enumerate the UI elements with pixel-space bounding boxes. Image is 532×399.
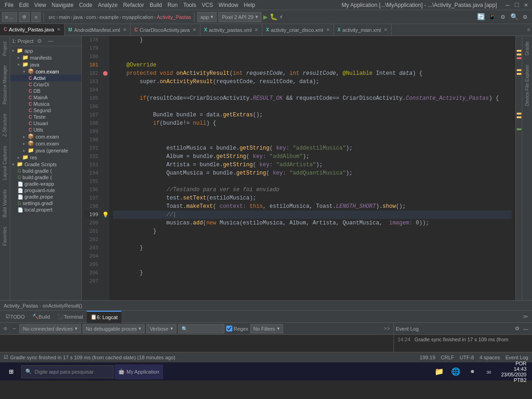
event-log-minus[interactable]: — [521, 326, 530, 332]
bc-src[interactable]: src [48, 14, 55, 20]
tree-item-utils[interactable]: C Utils [10, 127, 81, 133]
level-select[interactable]: Verbose ▾ [146, 324, 176, 333]
menu-run[interactable]: Run [165, 2, 181, 8]
z-structure-toggle[interactable]: Z-Structure [1, 110, 8, 140]
tree-item-manifests[interactable]: ▸ 📁 manifests [10, 54, 81, 61]
gradle-label[interactable]: Gradle [524, 38, 531, 59]
resource-manager-toggle[interactable]: Resource Manager [1, 61, 8, 108]
bc-file-name[interactable]: Activity_Pastas [4, 303, 38, 308]
tree-item-java-gen[interactable]: ▸ 📁 java (generate [10, 147, 81, 154]
tree-item-java[interactable]: ▾ 📁 java [10, 61, 81, 68]
tree-item-activi[interactable]: C Activi [10, 75, 81, 81]
sync-icon[interactable]: 🔄 [476, 12, 486, 22]
tab-logcat[interactable]: 📋 6: Logcat [87, 311, 121, 323]
tabs-overflow[interactable]: ≡ [525, 27, 532, 33]
device-select[interactable]: No connected devices ▾ [19, 324, 80, 333]
tree-item-segund[interactable]: C Segund [10, 107, 81, 114]
tree-item-usuari[interactable]: C Usuari [10, 120, 81, 127]
status-position[interactable]: 199:19 [420, 355, 435, 360]
regex-checkbox[interactable] [226, 326, 232, 332]
maximize-button[interactable]: □ [513, 1, 521, 9]
status-encoding[interactable]: UTF-8 [459, 355, 474, 360]
menu-window[interactable]: Window [216, 2, 241, 8]
menu-file[interactable]: File [2, 2, 16, 8]
run-button[interactable]: ▶ [263, 12, 268, 22]
tree-item-local-props[interactable]: 📄 local.propert [10, 206, 81, 213]
code-editor[interactable]: 178 179 180 181 182 183 184 185 186 187 … [82, 36, 522, 300]
event-log-status[interactable]: Event Log [505, 355, 528, 360]
editor-scrollbar[interactable] [515, 36, 522, 300]
build-variants-toggle[interactable]: Build Variants [1, 186, 8, 221]
project-panel-toggle[interactable]: Project [1, 38, 8, 60]
panel-minus[interactable]: — [46, 38, 55, 44]
menu-navigate[interactable]: Navigate [49, 2, 76, 8]
tree-item-com-exam3[interactable]: ▸ 📦 com.exam [10, 140, 81, 147]
start-button[interactable]: ⊞ [2, 363, 20, 380]
avd-icon[interactable]: 📱 [487, 12, 497, 22]
sdk-icon[interactable]: ⚙ [498, 12, 508, 22]
menu-tools[interactable]: Tools [181, 2, 199, 8]
taskbar-app-android[interactable]: 🤖 My Application [115, 364, 163, 379]
tab-build[interactable]: 🔨 Build [29, 311, 54, 323]
bottom-tabs-more[interactable]: ≫ [521, 314, 530, 320]
bc-java[interactable]: java [73, 14, 83, 20]
menu-view[interactable]: View [31, 2, 49, 8]
tree-item-proguard[interactable]: 📄 proguard-rule [10, 187, 81, 193]
menu-edit[interactable]: Edit [16, 2, 31, 8]
tab-pastas-xml-close[interactable]: ✕ [254, 27, 258, 32]
tab-criar-disco[interactable]: C CriarDiscoActivity.java ✕ [131, 24, 200, 36]
logcat-search-input[interactable] [178, 324, 224, 333]
tree-item-musica[interactable]: C Musica [10, 101, 81, 107]
taskbar-search[interactable]: 🔍 Digite aqui para pesquisar [21, 365, 114, 378]
tree-item-criardi[interactable]: C CriarDi [10, 81, 81, 88]
device-file-explorer-label[interactable]: Device File Explorer [524, 61, 531, 109]
status-indent[interactable]: 4 spaces [479, 355, 500, 360]
settings-icon[interactable]: ⚙ [520, 12, 530, 22]
tree-item-gradle-scripts[interactable]: ▾ 📁 Gradle Scripts [10, 161, 81, 168]
tree-item-app[interactable]: ▾ 📁 app [10, 47, 81, 54]
tree-item-build-gradle2[interactable]: G build.gradle ( [10, 174, 81, 181]
bc-example[interactable]: example [99, 14, 119, 20]
logcat-gear[interactable]: ⚙ [2, 325, 9, 332]
filter-select[interactable]: No Filters ▾ [250, 324, 283, 333]
tree-item-com-exam2[interactable]: ▸ 📦 com.exam [10, 133, 81, 140]
process-select[interactable]: No debuggable proces ▾ [83, 324, 145, 333]
debug-button[interactable]: 🐛 [270, 13, 278, 21]
tree-item-build-gradle1[interactable]: G build.gradle ( [10, 168, 81, 174]
tree-item-res[interactable]: ▸ 📁 res [10, 154, 81, 161]
taskbar-icon-mail[interactable]: ✉ [482, 364, 496, 379]
tab-activity-pastas-xml[interactable]: X activity_pastas.xml ✕ [200, 24, 262, 36]
device-dropdown[interactable]: Pixel 2 API 29 ▾ [218, 12, 261, 22]
tab-manifest-close[interactable]: ✕ [123, 27, 127, 32]
logcat-minus[interactable]: — [11, 326, 18, 332]
tab-todo[interactable]: ☑ TODO [2, 311, 29, 323]
close-button[interactable]: ✕ [522, 1, 530, 9]
menu-refactor[interactable]: Refactor [121, 2, 147, 8]
tab-criar-close[interactable]: ✕ [193, 27, 196, 32]
profile-button[interactable]: ⚡ [279, 13, 283, 21]
tab-criar-disco-xml[interactable]: X activity_criar_disco.xml ✕ [262, 24, 334, 36]
bc-myapp[interactable]: myapplication [122, 14, 153, 20]
app-dropdown[interactable]: app ▾ [197, 12, 217, 22]
search-icon[interactable]: 🔍 [509, 12, 519, 22]
layout-captures-toggle[interactable]: Layout Captures [1, 142, 8, 183]
tree-item-teste[interactable]: C Teste [10, 114, 81, 120]
tree-item-com-exam[interactable]: ▾ 📦 com.exam [10, 68, 81, 75]
tree-item-gradle-props[interactable]: 📄 gradle.prope [10, 193, 81, 200]
taskbar-icon-edge[interactable]: 🌐 [448, 364, 463, 379]
taskbar-icon-chrome[interactable]: ● [465, 364, 480, 379]
menu-code[interactable]: Code [76, 2, 95, 8]
tab-terminal[interactable]: ⬛ Terminal [54, 311, 87, 323]
menu-help[interactable]: Help [241, 2, 258, 8]
menu-analyze[interactable]: Analyze [95, 2, 121, 8]
tree-item-settings-gradle[interactable]: G settings.gradl [10, 200, 81, 206]
tab-close[interactable]: ✕ [57, 27, 60, 32]
project-dropdown[interactable]: ≡ ... [2, 12, 17, 22]
minimize-button[interactable]: — [503, 1, 512, 9]
tab-activity-pastas[interactable]: C Activity_Pastas.java ✕ [0, 24, 65, 36]
status-line-ending[interactable]: CRLF [441, 355, 454, 360]
favorites-toggle[interactable]: Favorites [1, 223, 8, 249]
tree-item-gradle-wrapper[interactable]: 📄 gradle-wrapp [10, 181, 81, 187]
tab-manifest[interactable]: M AndroidManifest.xml ✕ [65, 24, 131, 36]
structure-btn[interactable]: ≡ [31, 12, 41, 22]
